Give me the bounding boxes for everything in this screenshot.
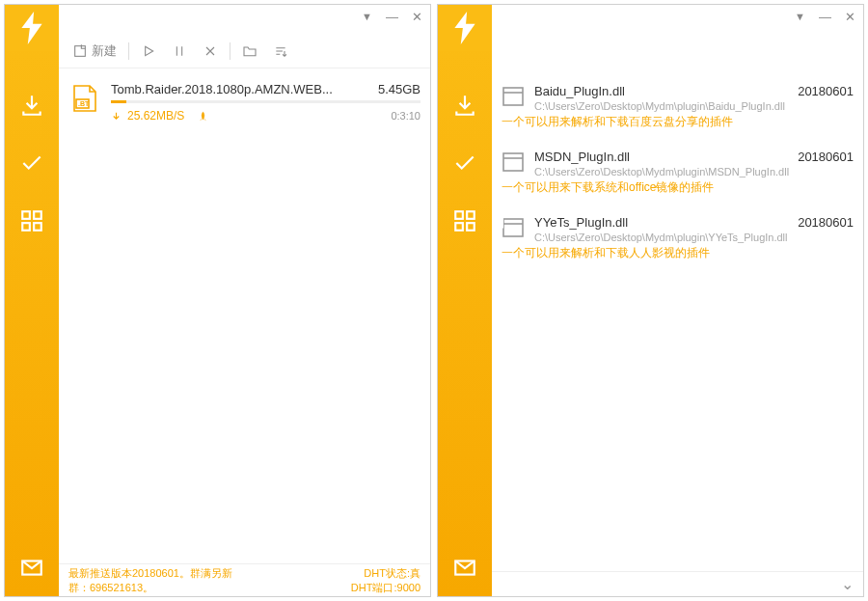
download-speed: 25.62MB/S	[111, 109, 208, 123]
download-item[interactable]: .BT Tomb.Raider.2018.1080p.AMZN.WEB... 5…	[68, 76, 420, 128]
plugin-item[interactable]: MSDN_PlugIn.dll 20180601 C:\Users\Zero\D…	[502, 142, 854, 207]
close-button[interactable]: ✕	[845, 10, 855, 24]
plugin-date: 20180601	[798, 84, 854, 98]
status-version: 最新推送版本20180601。群满另新	[68, 566, 232, 580]
torrent-file-icon: .BT	[68, 82, 101, 115]
svg-rect-2	[22, 223, 30, 231]
dht-port: DHT端口:9000	[351, 581, 420, 594]
svg-rect-1	[34, 211, 41, 219]
svg-rect-8	[455, 211, 463, 219]
svg-rect-10	[455, 223, 463, 231]
download-arrow-icon	[111, 111, 122, 122]
chevron-down-icon[interactable]: ⌄	[841, 575, 854, 593]
rocket-icon	[198, 111, 208, 122]
plugin-date: 20180601	[798, 150, 854, 164]
sidebar	[438, 28, 492, 596]
sort-button[interactable]	[269, 41, 292, 61]
new-label: 新建	[92, 42, 117, 60]
app-logo	[5, 5, 59, 51]
download-time: 0:3:10	[391, 110, 420, 122]
sidebar-item-mail[interactable]	[449, 552, 480, 583]
minimize-button[interactable]: —	[819, 10, 831, 24]
statusbar: 最新推送版本20180601。群满另新 群：696521613。 DHT状态:真…	[59, 563, 430, 596]
new-task-button[interactable]: 新建	[68, 41, 121, 62]
svg-text:.BT: .BT	[78, 100, 90, 107]
plugin-desc: 一个可以用来解析和下载百度云盘分享的插件	[502, 114, 854, 130]
status-group: 群：696521613。	[68, 581, 232, 594]
plugin-window: ▼ — ✕	[437, 4, 864, 597]
download-list: .BT Tomb.Raider.2018.1080p.AMZN.WEB... 5…	[59, 68, 430, 563]
window-icon	[502, 217, 525, 238]
sidebar-item-downloads[interactable]	[16, 90, 47, 121]
delete-button[interactable]	[199, 41, 222, 61]
statusbar: ⌄	[492, 571, 863, 596]
minimize-button[interactable]: —	[386, 10, 398, 24]
window-icon	[502, 151, 525, 173]
plugin-item[interactable]: YYeTs_PlugIn.dll 20180601 C:\Users\Zero\…	[502, 207, 854, 273]
titlebar: ▼ — ✕	[5, 5, 430, 28]
titlebar: ▼ — ✕	[438, 5, 863, 28]
sidebar-item-completed[interactable]	[449, 148, 480, 178]
download-name: Tomb.Raider.2018.1080p.AMZN.WEB...	[111, 82, 370, 96]
plugin-path: C:\Users\Zero\Desktop\Mydm\plugin\YYeTs_…	[534, 232, 854, 243]
download-size: 5.45GB	[378, 82, 420, 96]
window-icon	[502, 86, 525, 107]
plugin-desc: 一个可以用来解析和下载人人影视的插件	[502, 245, 854, 261]
plugin-path: C:\Users\Zero\Desktop\Mydm\plugin\MSDN_P…	[534, 166, 854, 178]
start-button[interactable]	[137, 41, 160, 61]
sidebar-item-mail[interactable]	[16, 552, 47, 583]
plugin-list: Baidu_PlugIn.dll 20180601 C:\Users\Zero\…	[492, 68, 863, 571]
sidebar-item-completed[interactable]	[16, 148, 47, 178]
dht-status: DHT状态:真	[351, 566, 420, 580]
plugin-date: 20180601	[798, 215, 854, 230]
svg-rect-13	[503, 88, 523, 105]
sidebar-item-plugins[interactable]	[449, 205, 480, 236]
download-window: ▼ — ✕ 新建	[4, 4, 431, 597]
svg-rect-3	[34, 223, 41, 231]
svg-rect-17	[503, 219, 523, 236]
plugin-name: Baidu_PlugIn.dll	[534, 84, 625, 98]
sidebar-item-downloads[interactable]	[449, 90, 480, 121]
open-folder-button[interactable]	[238, 41, 261, 61]
plugin-desc: 一个可以用来下载系统和office镜像的插件	[502, 179, 854, 196]
menu-icon[interactable]: ▼	[795, 11, 805, 22]
pause-button[interactable]	[168, 41, 191, 61]
progress-bar	[111, 100, 420, 103]
plugin-item[interactable]: Baidu_PlugIn.dll 20180601 C:\Users\Zero\…	[502, 76, 854, 142]
plugin-name: MSDN_PlugIn.dll	[534, 150, 630, 164]
toolbar: 新建	[59, 34, 430, 68]
menu-icon[interactable]: ▼	[362, 11, 372, 22]
app-logo	[438, 5, 492, 51]
svg-rect-9	[467, 211, 475, 219]
sidebar	[5, 28, 59, 596]
close-button[interactable]: ✕	[412, 10, 422, 24]
svg-rect-11	[467, 223, 475, 231]
svg-rect-5	[75, 45, 86, 56]
sidebar-item-plugins[interactable]	[16, 205, 47, 236]
svg-rect-0	[22, 211, 30, 219]
svg-rect-15	[503, 153, 523, 171]
plugin-name: YYeTs_PlugIn.dll	[534, 215, 628, 230]
plugin-path: C:\Users\Zero\Desktop\Mydm\plugin\Baidu_…	[534, 100, 854, 112]
